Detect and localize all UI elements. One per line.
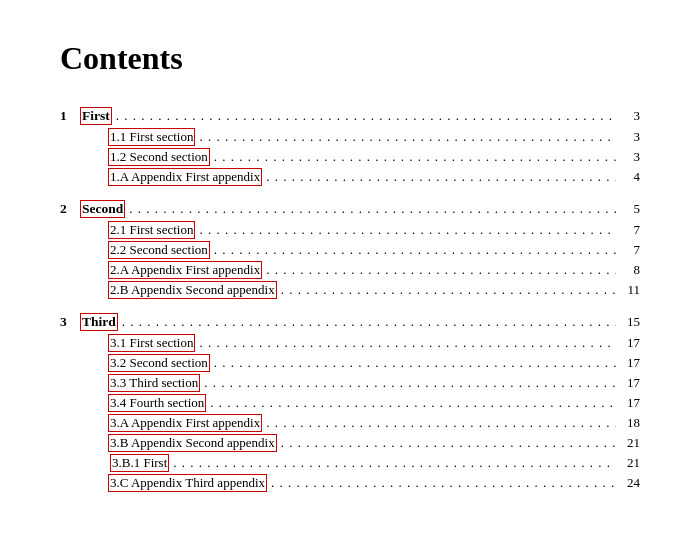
item-page-3.B: 21 bbox=[620, 435, 640, 451]
item-dots-1.2 bbox=[214, 149, 616, 165]
item-label-3.2[interactable]: 3.2 Second section bbox=[108, 354, 210, 372]
item-page-2.B: 11 bbox=[620, 282, 640, 298]
page-title: Contents bbox=[60, 40, 640, 77]
item-row-2.A: 2.A Appendix First appendix8 bbox=[60, 261, 640, 279]
item-dots-3.3 bbox=[204, 375, 616, 391]
item-dots-2.B bbox=[281, 282, 616, 298]
item-dots-3.C bbox=[271, 475, 616, 491]
chapter-label-1[interactable]: First bbox=[80, 107, 112, 125]
chapter-dots-2 bbox=[129, 201, 616, 217]
chapter-row-3: 3Third15 bbox=[60, 313, 640, 331]
chapter-row-2: 2Second5 bbox=[60, 200, 640, 218]
chapter-page-3: 15 bbox=[620, 314, 640, 330]
item-label-1.2[interactable]: 1.2 Second section bbox=[108, 148, 210, 166]
item-dots-3.2 bbox=[214, 355, 616, 371]
chapter-page-1: 3 bbox=[620, 108, 640, 124]
item-dots-3.A bbox=[266, 415, 616, 431]
item-dots-2.2 bbox=[214, 242, 616, 258]
item-label-2.1[interactable]: 2.1 First section bbox=[108, 221, 195, 239]
item-row-3.3: 3.3 Third section17 bbox=[60, 374, 640, 392]
item-label-1.A[interactable]: 1.A Appendix First appendix bbox=[108, 168, 262, 186]
item-label-3.4[interactable]: 3.4 Fourth section bbox=[108, 394, 206, 412]
item-row-1.A: 1.A Appendix First appendix4 bbox=[60, 168, 640, 186]
chapter-dots-3 bbox=[122, 314, 616, 330]
item-label-3.C[interactable]: 3.C Appendix Third appendix bbox=[108, 474, 267, 492]
item-dots-2.1 bbox=[199, 222, 616, 238]
item-page-2.A: 8 bbox=[620, 262, 640, 278]
item-page-2.2: 7 bbox=[620, 242, 640, 258]
chapter-num-3: 3 bbox=[60, 314, 80, 330]
page-container: Contents 1First31.1 First section31.2 Se… bbox=[0, 0, 700, 546]
item-page-3.C: 24 bbox=[620, 475, 640, 491]
item-page-3.A: 18 bbox=[620, 415, 640, 431]
subitem-dots-3.B.1 bbox=[173, 455, 616, 471]
item-page-2.1: 7 bbox=[620, 222, 640, 238]
item-page-3.4: 17 bbox=[620, 395, 640, 411]
item-label-3.A[interactable]: 3.A Appendix First appendix bbox=[108, 414, 262, 432]
chapter-label-3[interactable]: Third bbox=[80, 313, 118, 331]
item-row-2.B: 2.B Appendix Second appendix11 bbox=[60, 281, 640, 299]
item-row-3.B: 3.B Appendix Second appendix21 bbox=[60, 434, 640, 452]
subitem-page-3.B.1: 21 bbox=[620, 455, 640, 471]
item-label-1.1[interactable]: 1.1 First section bbox=[108, 128, 195, 146]
chapter-label-2[interactable]: Second bbox=[80, 200, 125, 218]
item-dots-3.B bbox=[281, 435, 616, 451]
item-row-1.1: 1.1 First section3 bbox=[60, 128, 640, 146]
item-dots-1.1 bbox=[199, 129, 616, 145]
chapter-num-1: 1 bbox=[60, 108, 80, 124]
item-row-3.2: 3.2 Second section17 bbox=[60, 354, 640, 372]
toc-container: 1First31.1 First section31.2 Second sect… bbox=[60, 107, 640, 492]
chapter-3: 3Third153.1 First section173.2 Second se… bbox=[60, 313, 640, 492]
item-label-3.1[interactable]: 3.1 First section bbox=[108, 334, 195, 352]
item-page-3.1: 17 bbox=[620, 335, 640, 351]
item-dots-3.1 bbox=[199, 335, 616, 351]
item-row-3.1: 3.1 First section17 bbox=[60, 334, 640, 352]
item-row-3.C: 3.C Appendix Third appendix24 bbox=[60, 474, 640, 492]
chapter-1: 1First31.1 First section31.2 Second sect… bbox=[60, 107, 640, 186]
item-dots-1.A bbox=[266, 169, 616, 185]
chapter-num-2: 2 bbox=[60, 201, 80, 217]
subitem-label-3.B.1[interactable]: 3.B.1 First bbox=[110, 454, 169, 472]
item-page-1.A: 4 bbox=[620, 169, 640, 185]
item-dots-3.4 bbox=[210, 395, 616, 411]
item-row-3.4: 3.4 Fourth section17 bbox=[60, 394, 640, 412]
item-row-1.2: 1.2 Second section3 bbox=[60, 148, 640, 166]
item-row-3.A: 3.A Appendix First appendix18 bbox=[60, 414, 640, 432]
item-page-1.2: 3 bbox=[620, 149, 640, 165]
item-label-2.A[interactable]: 2.A Appendix First appendix bbox=[108, 261, 262, 279]
subitem-row-3.B.1: 3.B.1 First21 bbox=[60, 454, 640, 472]
chapter-dots-1 bbox=[116, 108, 616, 124]
item-row-2.1: 2.1 First section7 bbox=[60, 221, 640, 239]
item-label-3.B[interactable]: 3.B Appendix Second appendix bbox=[108, 434, 277, 452]
item-label-2.B[interactable]: 2.B Appendix Second appendix bbox=[108, 281, 277, 299]
item-dots-2.A bbox=[266, 262, 616, 278]
chapter-page-2: 5 bbox=[620, 201, 640, 217]
item-row-2.2: 2.2 Second section7 bbox=[60, 241, 640, 259]
chapter-row-1: 1First3 bbox=[60, 107, 640, 125]
item-label-2.2[interactable]: 2.2 Second section bbox=[108, 241, 210, 259]
item-label-3.3[interactable]: 3.3 Third section bbox=[108, 374, 200, 392]
item-page-1.1: 3 bbox=[620, 129, 640, 145]
item-page-3.2: 17 bbox=[620, 355, 640, 371]
item-page-3.3: 17 bbox=[620, 375, 640, 391]
chapter-2: 2Second52.1 First section72.2 Second sec… bbox=[60, 200, 640, 299]
